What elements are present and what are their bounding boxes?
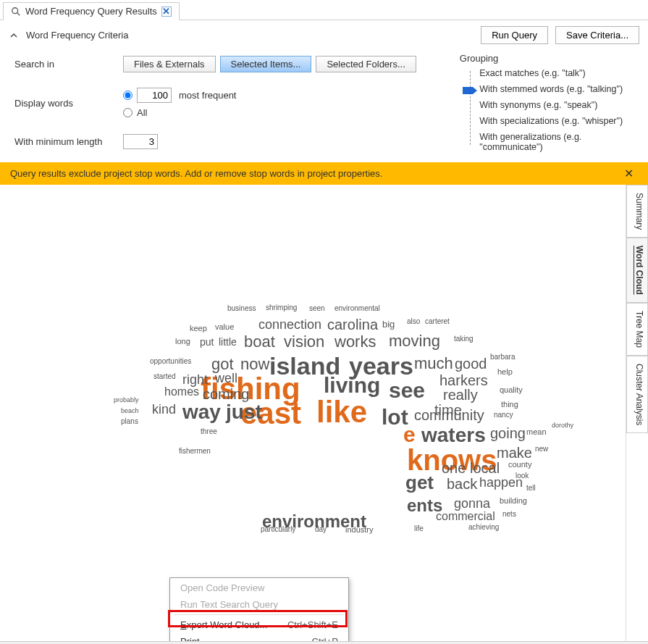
cloud-word[interactable]: three	[201, 428, 217, 435]
tab-tree-map[interactable]: Tree Map	[626, 303, 648, 356]
cloud-word[interactable]: got	[211, 356, 234, 372]
cloud-word[interactable]: business	[227, 305, 256, 312]
cloud-word[interactable]: much	[414, 356, 453, 372]
cloud-word[interactable]: make	[497, 446, 532, 460]
chevron-up-icon[interactable]	[9, 30, 19, 41]
tab-word-frequency-results[interactable]: Word Frequency Query Results ✕	[3, 2, 180, 20]
close-icon[interactable]: ✕	[161, 7, 172, 17]
close-icon[interactable]: ✕	[620, 167, 638, 180]
cloud-word[interactable]: tell	[526, 485, 536, 492]
cloud-word[interactable]: life	[414, 525, 424, 532]
cloud-word[interactable]: moving	[389, 333, 440, 349]
run-query-button[interactable]: Run Query	[481, 26, 548, 44]
grouping-option[interactable]: With stemmed words (e.g. "talking")	[479, 84, 634, 94]
word-cloud-canvas[interactable]: fishingeastlikeknowsislandyearslivingsee…	[0, 185, 626, 641]
cloud-word[interactable]: fishermen	[179, 448, 211, 455]
cloud-word[interactable]: keep	[190, 325, 207, 333]
cloud-word[interactable]: look	[516, 472, 529, 480]
cloud-word[interactable]: now	[240, 356, 269, 372]
cloud-word[interactable]: right	[182, 373, 208, 386]
cloud-word[interactable]: environmental	[334, 305, 380, 312]
cloud-word[interactable]: like	[316, 397, 367, 427]
cloud-word[interactable]: just	[226, 402, 262, 422]
grouping-option[interactable]: With specializations (e.g. "whisper")	[479, 116, 634, 126]
count-input[interactable]	[137, 88, 172, 103]
tab-summary[interactable]: Summary	[626, 185, 648, 238]
cloud-word[interactable]: plans	[121, 418, 138, 425]
cloud-word[interactable]: shrimping	[266, 304, 297, 311]
cloud-word[interactable]: started	[153, 373, 176, 380]
cloud-word[interactable]: county	[508, 461, 531, 469]
cloud-word[interactable]: day	[315, 526, 327, 533]
slider-thumb-icon[interactable]	[463, 85, 477, 93]
cloud-word[interactable]: vision	[284, 334, 324, 350]
cloud-word[interactable]: mean	[526, 428, 547, 436]
min-length-input[interactable]	[123, 134, 158, 149]
cloud-word[interactable]: long	[175, 338, 190, 346]
most-frequent-radio[interactable]	[123, 91, 132, 100]
cloud-word[interactable]: local	[470, 461, 500, 475]
cloud-word[interactable]: homes	[164, 386, 199, 398]
notice-text: Query results exclude project stop words…	[10, 168, 382, 179]
tab-word-cloud[interactable]: Word Cloud	[626, 238, 648, 303]
cloud-word[interactable]: particularly	[261, 526, 295, 533]
cloud-word[interactable]: carteret	[425, 318, 450, 325]
cloud-word[interactable]: community	[414, 408, 484, 422]
cloud-word[interactable]: get	[405, 473, 434, 492]
cloud-word[interactable]: achieving	[468, 524, 499, 531]
cloud-word[interactable]: dorothy	[552, 422, 573, 429]
cloud-word[interactable]: gonna	[454, 497, 490, 510]
cloud-word[interactable]: help	[497, 368, 513, 376]
cloud-word[interactable]: seen	[309, 305, 325, 312]
cloud-word[interactable]: building	[500, 497, 527, 505]
grouping-option[interactable]: With generalizations (e.g. "communicate"…	[479, 132, 634, 152]
cloud-word[interactable]: little	[219, 337, 237, 347]
selected-items-button[interactable]: Selected Items...	[220, 56, 312, 72]
cloud-word[interactable]: nancy	[494, 411, 513, 419]
ctx-export-word-cloud[interactable]: Export Word Cloud...Ctrl+Shift+E	[170, 616, 348, 633]
cloud-word[interactable]: works	[334, 334, 376, 350]
cloud-word[interactable]: see	[389, 380, 425, 401]
cloud-word[interactable]: waters	[421, 425, 486, 446]
cloud-word[interactable]: taking	[454, 335, 474, 343]
cloud-word[interactable]: put	[200, 337, 214, 347]
horizontal-scrollbar[interactable]: ◂ ▸	[0, 641, 648, 644]
cloud-word[interactable]: boat	[244, 334, 275, 350]
cloud-word[interactable]: also	[407, 318, 420, 325]
cloud-word[interactable]: beach	[121, 408, 139, 414]
selected-folders-button[interactable]: Selected Folders...	[316, 56, 416, 72]
cloud-word[interactable]: probably	[114, 397, 139, 403]
tab-cluster-analysis[interactable]: Cluster Analysis	[626, 356, 648, 433]
cloud-word[interactable]: well	[215, 372, 237, 385]
cloud-word[interactable]: big	[382, 319, 395, 329]
cloud-word[interactable]: value	[215, 323, 234, 331]
cloud-word[interactable]: thing	[501, 401, 518, 409]
grouping-option[interactable]: With synonyms (e.g. "speak")	[479, 100, 634, 110]
cloud-word[interactable]: harkers	[439, 373, 488, 388]
ctx-print[interactable]: PrintCtrl+P	[170, 633, 348, 641]
cloud-word[interactable]: new	[535, 446, 548, 453]
save-criteria-button[interactable]: Save Criteria...	[555, 26, 639, 44]
cloud-word[interactable]: connection	[258, 318, 321, 331]
cloud-word[interactable]: way	[182, 402, 221, 422]
cloud-word[interactable]: carolina	[327, 317, 378, 332]
cloud-word[interactable]: kind	[152, 403, 176, 416]
cloud-word[interactable]: barbara	[490, 354, 515, 361]
cloud-word[interactable]: one	[442, 461, 466, 475]
cloud-word[interactable]: good	[455, 356, 487, 371]
cloud-word[interactable]: living	[324, 375, 380, 396]
cloud-word[interactable]: e	[403, 424, 416, 446]
cloud-word[interactable]: industry	[345, 526, 374, 534]
files-externals-button[interactable]: Files & Externals	[123, 56, 216, 72]
cloud-word[interactable]: nets	[502, 511, 516, 518]
cloud-word[interactable]: really	[443, 388, 478, 402]
grouping-slider[interactable]	[460, 68, 480, 148]
cloud-word[interactable]: quality	[500, 386, 523, 394]
cloud-word[interactable]: coming	[203, 387, 249, 401]
cloud-word[interactable]: back	[447, 477, 477, 491]
cloud-word[interactable]: going	[490, 426, 526, 440]
grouping-option[interactable]: Exact matches (e.g. "talk")	[479, 68, 634, 78]
cloud-word[interactable]: opportunities	[150, 358, 191, 365]
cloud-word[interactable]: commercial	[436, 511, 495, 522]
all-radio[interactable]	[123, 108, 132, 117]
